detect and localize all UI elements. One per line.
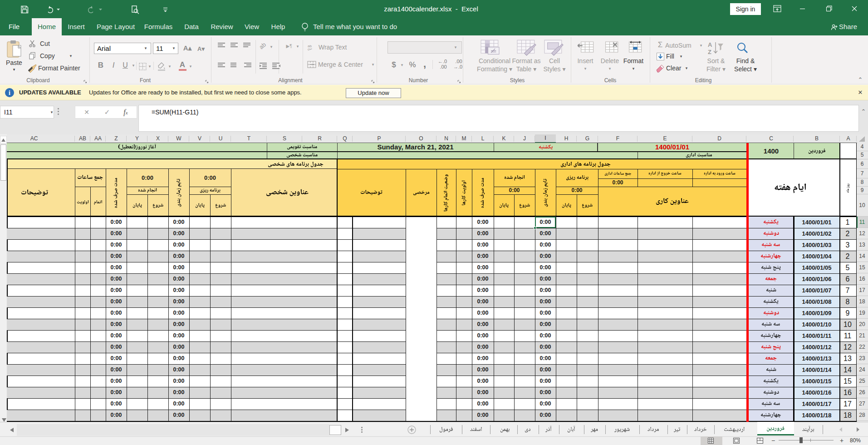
svg-text:i: i [9,89,10,96]
svg-text:c↵: c↵ [308,47,313,51]
svg-text:Z: Z [708,49,711,55]
svg-text:ab: ab [258,41,267,50]
svg-text:A: A [708,41,712,48]
